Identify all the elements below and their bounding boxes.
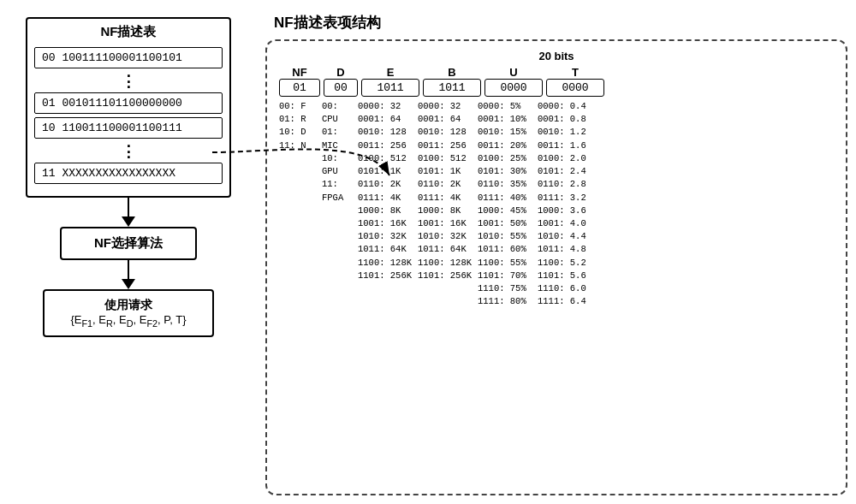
data-cell: 00: F bbox=[279, 100, 320, 113]
data-cell: 0110: 35% bbox=[478, 178, 536, 191]
data-cell: 1010: 32K bbox=[418, 230, 476, 243]
nf-row-2: 10 110011100001100111 bbox=[34, 117, 223, 139]
data-cell: 0111: 4K bbox=[418, 192, 476, 205]
data-cell: 10: D bbox=[279, 126, 320, 139]
data-cell: 1100: 128K bbox=[358, 257, 416, 270]
data-cell: 1001: 16K bbox=[358, 217, 416, 230]
data-cell: 1110: 6.0 bbox=[538, 282, 596, 295]
request-box: 使用请求 {EF1, ER, ED, EF2, P, T} bbox=[43, 289, 214, 337]
nf-row-3: 11 XXXXXXXXXXXXXXXXX bbox=[34, 163, 223, 184]
data-cell: 0011: 256 bbox=[358, 139, 416, 152]
data-cell: 1011: 60% bbox=[478, 243, 536, 256]
descriptor-box: 20 bits NF 01 D 00 E 1011 B 1011 bbox=[265, 39, 847, 495]
nf-table-title: NF描述表 bbox=[34, 24, 223, 40]
data-cell: 0001: 64 bbox=[418, 113, 476, 126]
data-col-u: 0000: 5%0001: 10%0010: 15%0011: 20%0100:… bbox=[478, 100, 536, 309]
data-cell: 1001: 4.0 bbox=[538, 217, 596, 230]
data-cell: 1101: 5.6 bbox=[538, 270, 596, 282]
data-cell: 1011: 64K bbox=[358, 243, 416, 256]
data-cell: 0010: 128 bbox=[358, 126, 416, 139]
data-cell: 1011: 4.8 bbox=[538, 243, 596, 256]
data-cell: 0001: 0.8 bbox=[538, 113, 596, 126]
data-cell: 1011: 64K bbox=[418, 243, 476, 256]
data-col-d: 00: CPU01: MIC10: GPU11: FPGA bbox=[322, 100, 356, 309]
data-cell: 1000: 8K bbox=[418, 205, 476, 217]
data-cell: 1101: 70% bbox=[478, 270, 536, 282]
data-cell: 01: MIC bbox=[322, 126, 356, 151]
val-e: 1011 bbox=[361, 79, 419, 97]
header-e: E bbox=[387, 66, 395, 79]
data-col-t: 0000: 0.40001: 0.80010: 1.20011: 1.60100… bbox=[538, 100, 596, 309]
data-col-b: 0000: 320001: 640010: 1280011: 2560100: … bbox=[418, 100, 476, 309]
data-cell: 0110: 2K bbox=[358, 178, 416, 191]
data-col-e: 0000: 320001: 640010: 1280011: 2560100: … bbox=[358, 100, 416, 309]
data-cell: 0101: 30% bbox=[478, 165, 536, 178]
left-panel: NF描述表 00 100111100001100101 ⋮ 01 0010111… bbox=[9, 9, 248, 495]
request-sub: {EF1, ER, ED, EF2, P, T} bbox=[53, 313, 204, 329]
data-cell: 1001: 16K bbox=[418, 217, 476, 230]
data-cell: 0101: 1K bbox=[358, 165, 416, 178]
data-cell: 0101: 1K bbox=[418, 165, 476, 178]
data-cell: 0011: 1.6 bbox=[538, 139, 596, 152]
nf-dots-1: ⋮ bbox=[34, 72, 223, 91]
header-d: D bbox=[336, 66, 344, 79]
algo-box: NF选择算法 bbox=[60, 227, 197, 260]
data-cell: 0010: 1.2 bbox=[538, 126, 596, 139]
data-cell: 0011: 256 bbox=[418, 139, 476, 152]
right-title: NF描述表项结构 bbox=[274, 13, 847, 33]
data-cell: 0001: 10% bbox=[478, 113, 536, 126]
data-cell: 1100: 128K bbox=[418, 257, 476, 270]
nf-row-1: 01 001011101100000000 bbox=[34, 92, 223, 114]
data-cell: 0100: 25% bbox=[478, 152, 536, 165]
data-cell: 0100: 512 bbox=[358, 152, 416, 165]
data-cell: 1100: 55% bbox=[478, 257, 536, 270]
data-cell: 1010: 55% bbox=[478, 230, 536, 243]
data-cell: 0000: 32 bbox=[418, 100, 476, 113]
data-cell: 1001: 50% bbox=[478, 217, 536, 230]
data-cell: 0001: 64 bbox=[358, 113, 416, 126]
nf-table-box: NF描述表 00 100111100001100101 ⋮ 01 0010111… bbox=[26, 17, 231, 198]
val-d: 00 bbox=[324, 79, 358, 97]
data-cell: 1111: 6.4 bbox=[538, 295, 596, 308]
data-cell: 0100: 2.0 bbox=[538, 152, 596, 165]
header-t: T bbox=[572, 66, 579, 79]
data-cell: 11: N bbox=[279, 139, 320, 152]
data-cell: 0111: 3.2 bbox=[538, 192, 596, 205]
data-cell: 0000: 32 bbox=[358, 100, 416, 113]
data-cell: 0010: 128 bbox=[418, 126, 476, 139]
nf-dots-2: ⋮ bbox=[34, 142, 223, 161]
data-cell: 1101: 256K bbox=[418, 270, 476, 282]
data-cell: 1000: 45% bbox=[478, 205, 536, 217]
arrow-request-to-algo bbox=[122, 260, 135, 289]
right-panel: NF描述表项结构 20 bits NF 01 D 00 E 1011 B bbox=[265, 9, 847, 495]
nf-row-0: 00 100111100001100101 bbox=[34, 47, 223, 68]
data-cell: 01: R bbox=[279, 113, 320, 126]
data-cell: 1101: 256K bbox=[358, 270, 416, 282]
header-b: B bbox=[448, 66, 455, 79]
data-cell: 1010: 32K bbox=[358, 230, 416, 243]
request-title: 使用请求 bbox=[53, 298, 204, 313]
header-nf: NF bbox=[292, 66, 306, 79]
data-cell: 1000: 3.6 bbox=[538, 205, 596, 217]
data-cell: 0000: 5% bbox=[478, 100, 536, 113]
data-cell: 0111: 4K bbox=[358, 192, 416, 205]
arrow-table-to-algo bbox=[122, 198, 135, 227]
val-u: 0000 bbox=[484, 79, 543, 97]
data-cell: 0010: 15% bbox=[478, 126, 536, 139]
data-cell: 11: FPGA bbox=[322, 178, 356, 204]
data-columns: 00: F01: R10: D11: N 00: CPU01: MIC10: G… bbox=[279, 100, 834, 309]
val-t: 0000 bbox=[546, 79, 604, 97]
data-cell: 0011: 20% bbox=[478, 139, 536, 152]
main-container: NF描述表 00 100111100001100101 ⋮ 01 0010111… bbox=[0, 0, 856, 504]
data-cell: 10: GPU bbox=[322, 152, 356, 178]
data-cell: 0000: 0.4 bbox=[538, 100, 596, 113]
bits-label: 20 bits bbox=[279, 50, 834, 62]
data-col-nf: 00: F01: R10: D11: N bbox=[279, 100, 320, 309]
header-u: U bbox=[509, 66, 517, 79]
data-cell: 1100: 5.2 bbox=[538, 257, 596, 270]
val-nf: 01 bbox=[279, 79, 320, 97]
data-cell: 1010: 4.4 bbox=[538, 230, 596, 243]
val-b: 1011 bbox=[423, 79, 481, 97]
data-cell: 1111: 80% bbox=[478, 295, 536, 308]
data-cell: 0110: 2.8 bbox=[538, 178, 596, 191]
